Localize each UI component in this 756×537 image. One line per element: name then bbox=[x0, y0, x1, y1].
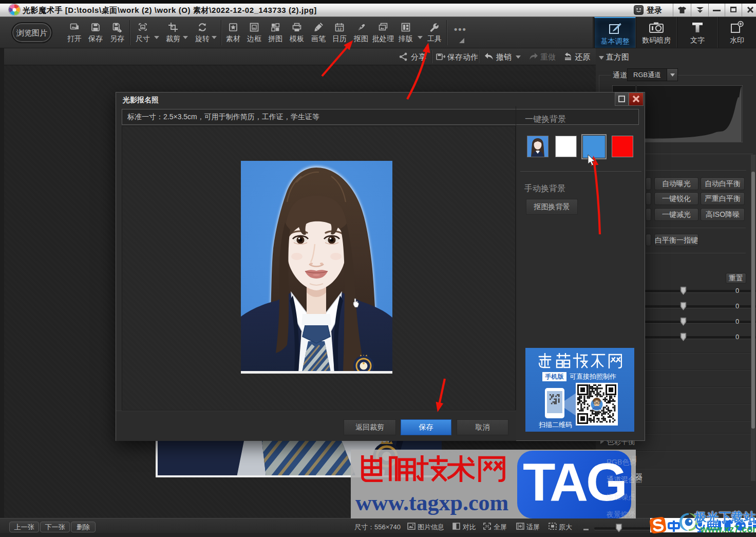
svg-text:12: 12 bbox=[337, 27, 342, 31]
